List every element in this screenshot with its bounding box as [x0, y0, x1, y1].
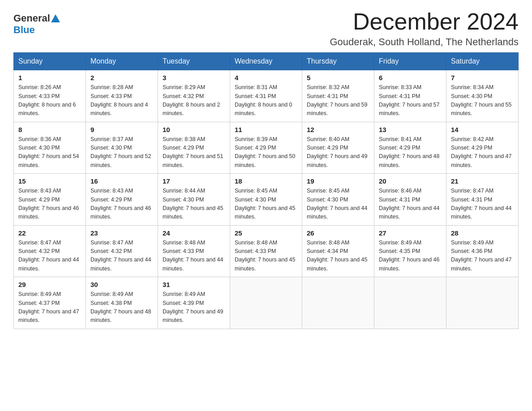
day-number: 11 [235, 126, 297, 133]
day-number: 7 [451, 74, 514, 81]
day-number: 15 [18, 177, 81, 185]
day-info: Sunrise: 8:49 AMSunset: 4:37 PMDaylight:… [18, 290, 81, 325]
day-header-friday: Friday [374, 53, 446, 70]
day-number: 2 [90, 74, 153, 81]
day-number: 26 [307, 229, 369, 237]
days-header-row: SundayMondayTuesdayWednesdayThursdayFrid… [14, 53, 519, 70]
day-number: 25 [235, 229, 297, 237]
calendar-cell: 10Sunrise: 8:38 AMSunset: 4:29 PMDayligh… [158, 122, 230, 174]
calendar-cell: 3Sunrise: 8:29 AMSunset: 4:32 PMDaylight… [158, 70, 230, 122]
calendar-cell [230, 277, 302, 329]
day-info: Sunrise: 8:31 AMSunset: 4:31 PMDaylight:… [235, 83, 297, 118]
day-number: 18 [235, 177, 297, 185]
location-subtitle: Gouderak, South Holland, The Netherlands [330, 36, 519, 48]
day-number: 29 [18, 281, 81, 288]
day-header-monday: Monday [86, 53, 158, 70]
day-number: 30 [90, 281, 153, 288]
day-info: Sunrise: 8:26 AMSunset: 4:33 PMDaylight:… [18, 83, 81, 118]
day-number: 10 [163, 126, 225, 133]
day-number: 8 [18, 126, 81, 133]
month-year-title: December 2024 [330, 9, 519, 34]
calendar-cell: 22Sunrise: 8:47 AMSunset: 4:32 PMDayligh… [14, 225, 86, 277]
calendar-cell: 26Sunrise: 8:48 AMSunset: 4:34 PMDayligh… [302, 225, 374, 277]
calendar-cell: 27Sunrise: 8:49 AMSunset: 4:35 PMDayligh… [374, 225, 446, 277]
day-number: 14 [451, 126, 514, 133]
calendar-cell: 21Sunrise: 8:47 AMSunset: 4:31 PMDayligh… [446, 174, 519, 226]
day-info: Sunrise: 8:48 AMSunset: 4:33 PMDaylight:… [235, 239, 297, 274]
day-info: Sunrise: 8:45 AMSunset: 4:30 PMDaylight:… [307, 187, 369, 222]
day-number: 9 [90, 126, 153, 133]
calendar-cell: 11Sunrise: 8:39 AMSunset: 4:29 PMDayligh… [230, 122, 302, 174]
day-number: 17 [163, 177, 225, 185]
calendar-cell: 13Sunrise: 8:41 AMSunset: 4:29 PMDayligh… [374, 122, 446, 174]
day-number: 19 [307, 177, 369, 185]
calendar-cell: 14Sunrise: 8:42 AMSunset: 4:29 PMDayligh… [446, 122, 519, 174]
day-number: 6 [379, 74, 442, 81]
day-number: 1 [18, 74, 81, 81]
day-number: 16 [90, 177, 153, 185]
week-row-4: 22Sunrise: 8:47 AMSunset: 4:32 PMDayligh… [14, 225, 519, 277]
day-info: Sunrise: 8:47 AMSunset: 4:32 PMDaylight:… [18, 239, 81, 274]
calendar-cell: 25Sunrise: 8:48 AMSunset: 4:33 PMDayligh… [230, 225, 302, 277]
day-header-wednesday: Wednesday [230, 53, 302, 70]
calendar-cell: 9Sunrise: 8:37 AMSunset: 4:30 PMDaylight… [86, 122, 158, 174]
day-info: Sunrise: 8:39 AMSunset: 4:29 PMDaylight:… [235, 135, 297, 170]
calendar-cell [446, 277, 519, 329]
day-number: 20 [379, 177, 442, 185]
day-info: Sunrise: 8:34 AMSunset: 4:30 PMDaylight:… [451, 83, 514, 118]
day-info: Sunrise: 8:45 AMSunset: 4:30 PMDaylight:… [235, 187, 297, 222]
logo-general-text: General [13, 13, 50, 24]
calendar-cell: 19Sunrise: 8:45 AMSunset: 4:30 PMDayligh… [302, 174, 374, 226]
calendar-cell: 5Sunrise: 8:32 AMSunset: 4:31 PMDaylight… [302, 70, 374, 122]
day-info: Sunrise: 8:33 AMSunset: 4:31 PMDaylight:… [379, 83, 442, 118]
day-number: 21 [451, 177, 514, 185]
day-header-tuesday: Tuesday [158, 53, 230, 70]
day-number: 4 [235, 74, 297, 81]
page-header: General Blue December 2024 Gouderak, Sou… [13, 9, 519, 48]
calendar-cell: 2Sunrise: 8:28 AMSunset: 4:33 PMDaylight… [86, 70, 158, 122]
day-info: Sunrise: 8:49 AMSunset: 4:38 PMDaylight:… [90, 290, 153, 325]
logo: General Blue [13, 9, 61, 36]
day-info: Sunrise: 8:40 AMSunset: 4:29 PMDaylight:… [307, 135, 369, 170]
logo-blue-text: Blue [13, 24, 35, 36]
week-row-5: 29Sunrise: 8:49 AMSunset: 4:37 PMDayligh… [14, 277, 519, 329]
calendar-table: SundayMondayTuesdayWednesdayThursdayFrid… [13, 52, 519, 329]
calendar-cell: 31Sunrise: 8:49 AMSunset: 4:39 PMDayligh… [158, 277, 230, 329]
day-header-saturday: Saturday [446, 53, 519, 70]
day-info: Sunrise: 8:38 AMSunset: 4:29 PMDaylight:… [163, 135, 225, 170]
day-info: Sunrise: 8:48 AMSunset: 4:33 PMDaylight:… [163, 239, 225, 274]
day-info: Sunrise: 8:41 AMSunset: 4:29 PMDaylight:… [379, 135, 442, 170]
day-info: Sunrise: 8:43 AMSunset: 4:29 PMDaylight:… [90, 187, 153, 222]
calendar-cell: 15Sunrise: 8:43 AMSunset: 4:29 PMDayligh… [14, 174, 86, 226]
day-info: Sunrise: 8:49 AMSunset: 4:36 PMDaylight:… [451, 239, 514, 274]
calendar-cell: 17Sunrise: 8:44 AMSunset: 4:30 PMDayligh… [158, 174, 230, 226]
day-info: Sunrise: 8:44 AMSunset: 4:30 PMDaylight:… [163, 187, 225, 222]
day-info: Sunrise: 8:42 AMSunset: 4:29 PMDaylight:… [451, 135, 514, 170]
calendar-cell: 24Sunrise: 8:48 AMSunset: 4:33 PMDayligh… [158, 225, 230, 277]
day-info: Sunrise: 8:47 AMSunset: 4:31 PMDaylight:… [451, 187, 514, 222]
day-info: Sunrise: 8:43 AMSunset: 4:29 PMDaylight:… [18, 187, 81, 222]
day-number: 22 [18, 229, 81, 237]
day-info: Sunrise: 8:36 AMSunset: 4:30 PMDaylight:… [18, 135, 81, 170]
day-info: Sunrise: 8:49 AMSunset: 4:39 PMDaylight:… [163, 290, 225, 325]
calendar-cell: 20Sunrise: 8:46 AMSunset: 4:31 PMDayligh… [374, 174, 446, 226]
day-number: 31 [163, 281, 225, 288]
day-number: 3 [163, 74, 225, 81]
week-row-2: 8Sunrise: 8:36 AMSunset: 4:30 PMDaylight… [14, 122, 519, 174]
day-info: Sunrise: 8:32 AMSunset: 4:31 PMDaylight:… [307, 83, 369, 118]
day-number: 28 [451, 229, 514, 237]
logo-triangle-icon [51, 14, 60, 22]
day-info: Sunrise: 8:48 AMSunset: 4:34 PMDaylight:… [307, 239, 369, 274]
day-info: Sunrise: 8:47 AMSunset: 4:32 PMDaylight:… [90, 239, 153, 274]
calendar-cell: 23Sunrise: 8:47 AMSunset: 4:32 PMDayligh… [86, 225, 158, 277]
day-number: 13 [379, 126, 442, 133]
day-number: 5 [307, 74, 369, 81]
day-info: Sunrise: 8:29 AMSunset: 4:32 PMDaylight:… [163, 83, 225, 118]
day-number: 12 [307, 126, 369, 133]
calendar-cell: 30Sunrise: 8:49 AMSunset: 4:38 PMDayligh… [86, 277, 158, 329]
day-info: Sunrise: 8:46 AMSunset: 4:31 PMDaylight:… [379, 187, 442, 222]
day-info: Sunrise: 8:37 AMSunset: 4:30 PMDaylight:… [90, 135, 153, 170]
calendar-cell: 16Sunrise: 8:43 AMSunset: 4:29 PMDayligh… [86, 174, 158, 226]
day-header-sunday: Sunday [14, 53, 86, 70]
calendar-cell [374, 277, 446, 329]
